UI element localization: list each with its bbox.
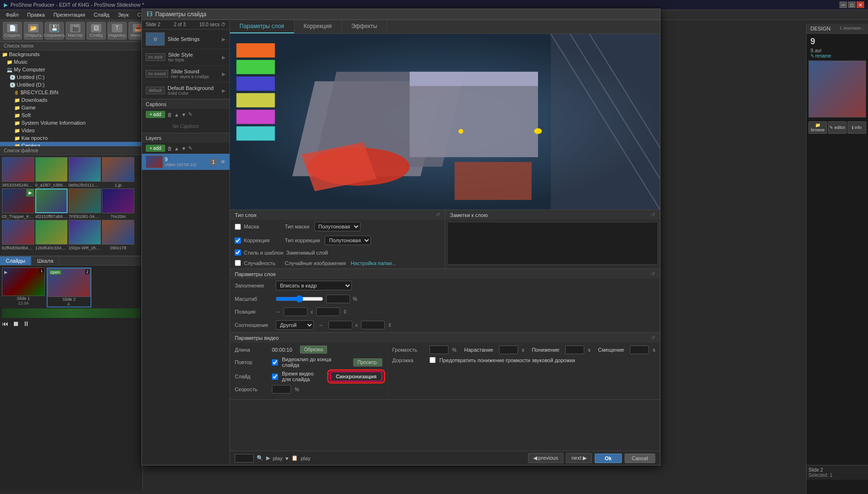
file-item[interactable]: 3653334524001... (2, 157, 34, 188)
position-x-input[interactable]: 0 (284, 307, 308, 316)
fill-select[interactable]: Вписать в кадр (276, 281, 352, 290)
refresh-icon[interactable]: ↺ (651, 271, 655, 277)
menu-presentation[interactable]: Презентация (50, 11, 89, 19)
file-item[interactable]: 1.jp (102, 157, 134, 188)
copy-icon[interactable]: 📋 (291, 455, 298, 461)
tab-timeline[interactable]: Шкала (31, 257, 60, 265)
video-refresh-icon[interactable]: ↺ (651, 335, 655, 341)
open-button[interactable]: 📂 Открыть (24, 22, 43, 40)
random-checkbox[interactable] (235, 260, 241, 266)
tree-item-music[interactable]: 📁 Music (0, 58, 142, 66)
tab-effects[interactable]: Эффекты (342, 20, 388, 33)
file-item[interactable]: 126d540c3346e... (35, 220, 68, 250)
menu-sound[interactable]: Звук (114, 11, 133, 19)
save-button[interactable]: 💾 Сохранить (45, 22, 64, 40)
notes-textarea[interactable] (447, 222, 658, 265)
copy-button[interactable]: play (301, 455, 310, 461)
file-item[interactable]: 7FE81081-34A8... (69, 188, 101, 219)
loop-checkbox[interactable] (272, 359, 278, 366)
folder-settings-link[interactable]: Настройка папки... (350, 260, 396, 266)
layer-item-1[interactable]: 9 Video (00:00:10) 1 👁 (142, 154, 229, 170)
tree-item-backgrounds[interactable]: 📁 Backgrounds (0, 50, 142, 58)
correction-type-select[interactable]: Полутоновая (325, 236, 371, 245)
menu-edit[interactable]: Правка (23, 11, 49, 19)
tree-item-soft[interactable]: 📁 Soft (0, 111, 142, 119)
down-layer-icon[interactable]: ▼ (181, 146, 186, 151)
preview-button[interactable]: Просмтр. (353, 358, 382, 366)
pause-button[interactable]: ⏸ (23, 320, 30, 327)
up-icon[interactable]: ▲ (174, 112, 180, 118)
next-button[interactable]: next ▶ (566, 453, 592, 463)
slide-checkbox[interactable] (272, 374, 278, 380)
stop-button[interactable]: ⏹ (12, 320, 19, 327)
position-y-input[interactable]: 0 (316, 307, 340, 316)
eye-icon[interactable]: 👁 (220, 159, 226, 165)
file-item[interactable]: 0_a1f67_c3995... (35, 157, 68, 188)
file-item[interactable]: 4f2152ff87ab9e... (35, 188, 68, 219)
rename-link[interactable]: ✎ rename (808, 53, 866, 59)
file-item[interactable]: 62ff4d06e8b494... (2, 220, 34, 250)
scale-input[interactable]: 151 (326, 295, 350, 303)
mask-type-select[interactable]: Полутоновая (314, 222, 360, 231)
sync-button[interactable]: Синхронизация (330, 371, 382, 382)
tree-item-drive-c[interactable]: 💽 Untitled (C:) (0, 73, 142, 81)
tree-item-video[interactable]: 📁 Video (0, 127, 142, 134)
mask-checkbox[interactable] (235, 224, 241, 230)
tree-item-mycomputer[interactable]: 💻 My Computer (0, 66, 142, 73)
default-bg-item[interactable]: default Default Background Solid Color ▶ (142, 82, 229, 99)
previous-button[interactable]: ◀ previous (528, 453, 564, 463)
tree-item-drive-d[interactable]: 💽 Untitled (D:) (0, 81, 142, 89)
cancel-button[interactable]: Cancel (625, 454, 655, 463)
settings-icon[interactable]: ✎ (188, 111, 192, 118)
minimize-button[interactable]: ─ (839, 1, 847, 8)
volume-input[interactable]: 100 (429, 346, 449, 354)
refresh-icon[interactable]: ↺ (651, 212, 655, 218)
ok-button[interactable]: Ok (595, 454, 622, 463)
create-button[interactable]: 📄 Создать (3, 22, 22, 40)
file-item[interactable]: 280x178 (102, 220, 134, 250)
tree-item-kakprosto[interactable]: 📁 Как просто (0, 134, 142, 142)
play-button-bottom[interactable]: play (273, 455, 282, 461)
tree-item-seryozha[interactable]: 📁 Серёжа (0, 142, 142, 147)
tab-layer-params[interactable]: Параметры слоя (230, 20, 294, 33)
caption-button[interactable]: T Надпись (108, 22, 127, 40)
info-button[interactable]: ℹ info (848, 121, 866, 134)
position-adjust-icon[interactable]: ⇕ (343, 309, 347, 315)
slide-settings-item[interactable]: ⚙ Slide Settings ▶ (142, 30, 229, 49)
tab-correction[interactable]: Коррекция (294, 20, 342, 33)
ratio-x-input[interactable]: 5 (329, 321, 352, 329)
tree-item-game[interactable]: 📁 Game (0, 104, 142, 111)
trim-button[interactable]: Обрезка (300, 346, 327, 354)
fadein-input[interactable]: 0 (499, 346, 518, 354)
slide-style-item[interactable]: no style Slide Style No Style ▶ (142, 49, 229, 66)
file-item[interactable]: 7nx20m (102, 188, 134, 219)
layer-settings-icon[interactable]: ✎ (188, 145, 192, 151)
maximize-button[interactable]: □ (848, 1, 856, 8)
track-checkbox[interactable] (429, 357, 436, 363)
slide-thumb-2[interactable]: open 2 Slide 2 4. (47, 267, 91, 307)
close-button[interactable]: ✕ (857, 1, 864, 8)
tree-item-downloads[interactable]: 📁 Downloads (0, 96, 142, 104)
delete-caption-icon[interactable]: 🗑 (167, 112, 172, 118)
tree-item-recycle[interactable]: 🗑 $RECYCLE.BIN (0, 89, 142, 96)
refresh-icon[interactable]: ↺ (436, 212, 440, 218)
slide-button[interactable]: 🖼 Слайд (87, 22, 106, 40)
master-button[interactable]: 🎬 Мастер (66, 22, 85, 40)
play-icon[interactable]: ▶ (266, 455, 270, 461)
tree-item-sysvolinfo[interactable]: 📁 System Volume Information (0, 119, 142, 127)
menu-slide[interactable]: Слайд (90, 11, 113, 19)
ratio-select[interactable]: Другой (276, 320, 314, 330)
up-layer-icon[interactable]: ▲ (174, 146, 180, 151)
slide-thumb-1[interactable]: ▶ 1 Slide 1 13.04 (2, 267, 45, 307)
browse-button[interactable]: 📁 browse (808, 121, 827, 134)
offset-input[interactable]: 0 (630, 346, 649, 354)
slide-sound-item[interactable]: no sound Slide Sound Нет звука в слайде … (142, 66, 229, 82)
add-layer-button[interactable]: + add (146, 145, 165, 152)
scale-slider[interactable] (276, 295, 323, 303)
delete-layer-icon[interactable]: 🗑 (167, 146, 172, 151)
play-button[interactable]: ⏮ (2, 320, 9, 327)
tab-slides[interactable]: Слайды (0, 257, 31, 265)
ratio-y-input[interactable]: 4 (361, 321, 385, 329)
menu-file[interactable]: Файл (2, 11, 22, 19)
file-item[interactable]: 0ef4c2fc01113c... (69, 157, 101, 188)
